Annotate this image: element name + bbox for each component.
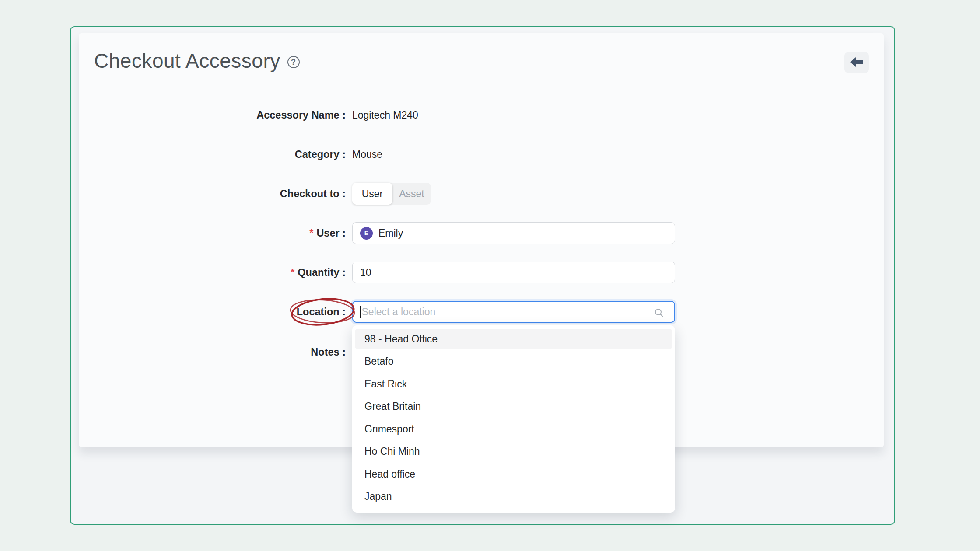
location-dropdown: 98 - Head Office Betafo East Rick Great … [352, 325, 675, 513]
user-value: Emily [378, 227, 403, 239]
quantity-row: *Quantity : 10 [79, 262, 884, 283]
required-asterisk: * [290, 267, 294, 278]
user-label: *User : [79, 227, 346, 239]
accessory-name-label: Accessory Name : [79, 109, 346, 121]
back-arrow-icon [850, 57, 863, 68]
accessory-name-row: Accessory Name : Logitech M240 [79, 108, 884, 122]
required-asterisk: * [309, 227, 313, 239]
checkout-to-row: Checkout to : User Asset [79, 183, 884, 205]
back-button[interactable] [844, 52, 869, 73]
notes-label: Notes : [79, 346, 346, 358]
toggle-option-asset[interactable]: Asset [392, 183, 431, 205]
page-title: Checkout Accessory ? [94, 49, 300, 73]
checkout-to-label: Checkout to : [79, 188, 346, 200]
location-placeholder: Select a location [362, 306, 436, 318]
dropdown-option[interactable]: Betafo [355, 352, 672, 372]
dropdown-option[interactable]: Great Britain [355, 397, 672, 417]
checkout-panel: Checkout Accessory ? Accessory Name : Lo… [70, 26, 895, 525]
text-caret [360, 306, 360, 318]
dropdown-option[interactable]: Japan [355, 487, 672, 507]
location-row: Location : Select a location [79, 301, 884, 323]
dropdown-option[interactable]: Head office [355, 464, 672, 484]
help-icon[interactable]: ? [287, 56, 300, 68]
quantity-label-text: Quantity : [298, 267, 346, 278]
page-title-text: Checkout Accessory [94, 49, 280, 73]
user-select-field[interactable]: E Emily [352, 222, 675, 244]
quantity-value: 10 [360, 267, 371, 279]
quantity-label: *Quantity : [79, 267, 346, 279]
toggle-option-user[interactable]: User [352, 183, 392, 205]
location-search-input[interactable]: Select a location [352, 301, 675, 323]
category-row: Category : Mouse [79, 147, 884, 162]
user-label-text: User : [316, 227, 346, 239]
dropdown-option[interactable]: Grimesport [355, 419, 672, 439]
quantity-input[interactable]: 10 [352, 262, 675, 283]
dropdown-option[interactable]: Ho Chi Minh [355, 442, 672, 462]
search-icon [654, 308, 664, 319]
user-row: *User : E Emily [79, 222, 884, 244]
user-avatar: E [360, 227, 373, 240]
accessory-name-value: Logitech M240 [352, 109, 418, 121]
checkout-to-toggle: User Asset [352, 183, 431, 205]
checkout-card: Checkout Accessory ? Accessory Name : Lo… [79, 33, 884, 447]
dropdown-option[interactable]: East Rick [355, 374, 672, 394]
category-label: Category : [79, 149, 346, 160]
location-label: Location : [79, 306, 346, 318]
category-value: Mouse [352, 149, 382, 160]
dropdown-option[interactable]: 98 - Head Office [355, 329, 672, 349]
